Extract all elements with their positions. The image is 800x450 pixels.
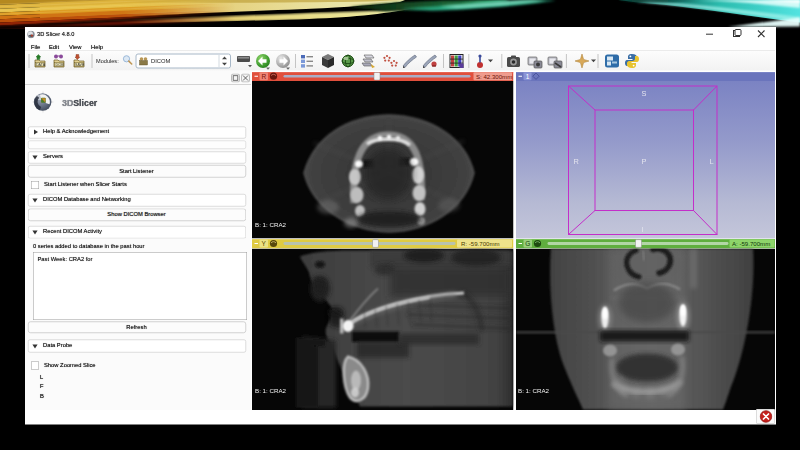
svg-text:I: I (642, 225, 644, 234)
svg-text:DCM: DCM (55, 63, 63, 67)
svg-text:DICOM: DICOM (151, 58, 170, 64)
svg-text:S: 42.300mm: S: 42.300mm (476, 73, 512, 80)
svg-text:R: -59.700mm: R: -59.700mm (461, 240, 500, 247)
svg-text:P: P (642, 157, 647, 166)
svg-text:1: 1 (526, 73, 530, 80)
svg-text:R: R (574, 157, 579, 166)
svg-text:B: 1: CRA2: B: 1: CRA2 (518, 387, 550, 394)
svg-text:L: L (710, 157, 714, 166)
svg-text:Y: Y (262, 240, 267, 247)
svg-text:B: 1: CRA2: B: 1: CRA2 (255, 221, 287, 228)
svg-text:A: -59.700mm: A: -59.700mm (732, 240, 770, 247)
svg-text:Modules:: Modules: (96, 58, 119, 64)
svg-text:DATA: DATA (36, 63, 46, 67)
svg-text:R: R (262, 73, 267, 80)
svg-text:S: S (642, 89, 647, 98)
svg-text:G: G (525, 240, 530, 247)
svg-text:B: 1: CRA2: B: 1: CRA2 (255, 387, 287, 394)
svg-text:SAVE: SAVE (75, 63, 85, 67)
